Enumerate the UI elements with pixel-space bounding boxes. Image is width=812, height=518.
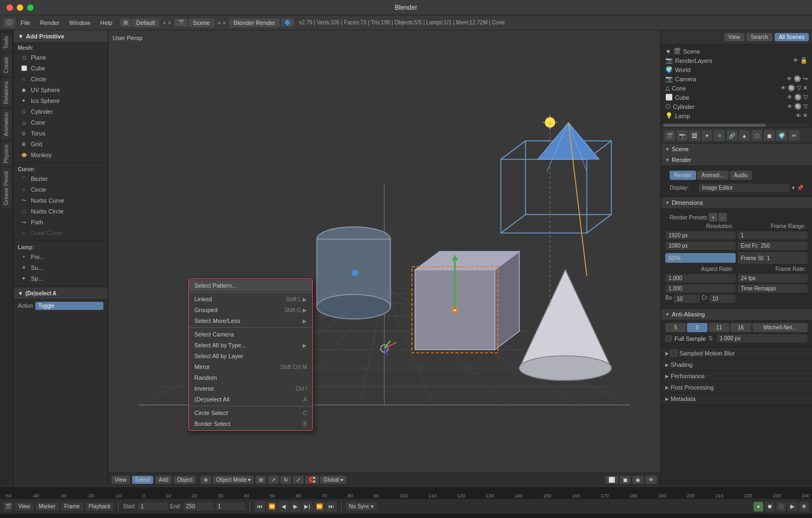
menu-file[interactable]: File: [16, 18, 35, 28]
shading-section[interactable]: Shading: [661, 359, 812, 371]
eye-icon-cylinder[interactable]: 👁: [787, 103, 793, 109]
prop-constraints-icon[interactable]: 🔗: [726, 130, 737, 141]
view-btn[interactable]: View: [724, 33, 745, 41]
global-selector[interactable]: Global ▾: [320, 476, 346, 484]
blender-icon-btn[interactable]: ⓘ: [3, 18, 15, 28]
sampled-motion-blur-section[interactable]: Sampled Motion Blur: [661, 348, 812, 359]
pb-prev-frame[interactable]: ◀: [278, 501, 289, 512]
sidebar-item-cone[interactable]: △ Cone: [14, 117, 108, 128]
pb-play[interactable]: ▶: [290, 501, 301, 512]
eye-icon-cube[interactable]: 👁: [787, 94, 793, 100]
ctx-select-all-type[interactable]: Select All by Type... ▶: [189, 340, 312, 351]
animation-tab[interactable]: Animation: [1, 109, 12, 139]
sidebar-item-torus[interactable]: ◎ Torus: [14, 128, 108, 139]
start-fra-input[interactable]: 1: [738, 231, 808, 239]
deselect-header[interactable]: ▼ (De)select A: [14, 288, 108, 300]
prop-object-icon[interactable]: ▲: [739, 130, 750, 141]
ctx-random[interactable]: Random: [189, 372, 312, 383]
cr-val[interactable]: 10: [709, 295, 736, 303]
prop-scene-icon[interactable]: 🎬: [664, 130, 675, 141]
snap-btn[interactable]: 🧲: [305, 476, 318, 484]
ctx-select-camera[interactable]: Select Camera: [189, 329, 312, 340]
viewport[interactable]: User Persp Select Pattern... Linked Shif…: [108, 30, 660, 487]
sidebar-item-circle[interactable]: ○ Circle: [14, 74, 108, 85]
aspect-y[interactable]: 1.000: [665, 284, 736, 293]
eye-icon-camera[interactable]: 👁: [787, 76, 792, 82]
prop-render-icon[interactable]: 📷: [677, 130, 687, 141]
engine-icon[interactable]: 🔷: [281, 18, 294, 27]
prop-data-icon[interactable]: ⬡: [751, 130, 762, 141]
ctx-inverse[interactable]: Inverse Ctrl I: [189, 383, 312, 394]
prop-physics-icon[interactable]: ⚛: [714, 130, 725, 141]
sidebar-item-monkey[interactable]: 🐵 Monkey: [14, 150, 108, 160]
res-pct-bar[interactable]: 50%: [665, 253, 736, 263]
aa-5[interactable]: 5: [665, 323, 686, 332]
shading-solid[interactable]: ◼: [620, 476, 631, 484]
tree-cylinder[interactable]: ⬡ Cylinder 👁 🔘 ▽: [661, 102, 812, 111]
render-section-header[interactable]: Render: [661, 154, 812, 165]
cursor-icon-btn[interactable]: ⊕: [200, 476, 211, 484]
toggle-button[interactable]: Toggle: [35, 302, 103, 310]
plus-btn[interactable]: +: [709, 213, 717, 222]
metadata-section[interactable]: Metadata: [661, 393, 812, 405]
res-y-input[interactable]: 1080 px: [665, 242, 736, 250]
sb-icon-left[interactable]: 🎬: [3, 502, 13, 511]
sidebar-item-icosphere[interactable]: ✦ Ico Sphere: [14, 95, 108, 106]
frame-step-input[interactable]: Frame St:1: [738, 252, 808, 264]
aa-11[interactable]: 11: [709, 323, 729, 332]
workspace-add[interactable]: + ×: [160, 20, 173, 26]
sync-mode-selector[interactable]: No Sync ▾: [346, 502, 377, 510]
vp-object-btn[interactable]: Object: [174, 476, 196, 484]
end-input[interactable]: [184, 502, 213, 510]
mode-selector[interactable]: Object Mode ▾: [213, 476, 254, 484]
sidebar-item-plane[interactable]: ◻ Plane: [14, 52, 108, 63]
render-tab-render[interactable]: Render: [670, 171, 696, 180]
s-val[interactable]: 1.000 px: [717, 334, 808, 342]
prop-world-icon[interactable]: 🌍: [776, 130, 787, 141]
tree-camera[interactable]: 📷 Camera 👁 🔘 ↪: [661, 74, 812, 83]
ctx-grouped[interactable]: Grouped Shift G ▶: [189, 305, 312, 315]
close-button[interactable]: [6, 4, 13, 11]
pb-prev[interactable]: ⏪: [266, 501, 277, 512]
sidebar-item-lamp1[interactable]: • Poi...: [14, 251, 108, 262]
sidebar-item-path[interactable]: ↝ Path: [14, 217, 108, 228]
sb-playback[interactable]: Playback: [86, 502, 114, 510]
scale-btn[interactable]: ⤢: [293, 476, 304, 484]
transform-btn[interactable]: ↗: [268, 476, 279, 484]
window-controls[interactable]: [6, 4, 34, 11]
scene-section[interactable]: Scene: [661, 144, 812, 154]
sidebar-item-grid[interactable]: ⊞ Grid: [14, 139, 108, 150]
post-processing-section[interactable]: Post Processing: [661, 382, 812, 393]
minus-btn[interactable]: -: [718, 213, 727, 222]
tree-world[interactable]: 🌍 World: [661, 65, 812, 74]
relations-tab[interactable]: Relations: [1, 78, 12, 107]
sb-icon-marker[interactable]: ✥: [799, 502, 809, 511]
grease-pencil-tab[interactable]: Grease Pencil: [1, 168, 12, 209]
display-val[interactable]: Image Editor: [699, 184, 790, 192]
show-hide-btn[interactable]: 👁: [645, 476, 657, 484]
ctx-select-all-layer[interactable]: Select All by Layer: [189, 351, 312, 361]
pb-start[interactable]: ⏮: [254, 501, 265, 512]
menu-help[interactable]: Help: [96, 18, 117, 28]
render-tab-animati[interactable]: Animati...: [697, 171, 729, 180]
engine-selector[interactable]: Blender Render: [229, 18, 279, 27]
tree-lamp[interactable]: 💡 Lamp 👁 ✕: [661, 111, 812, 120]
frame-rate-val[interactable]: 24 fps: [738, 274, 808, 282]
tools-tab[interactable]: Tools: [1, 33, 12, 52]
full-sample-cb[interactable]: [665, 335, 672, 342]
menu-window[interactable]: Window: [65, 18, 95, 28]
eye-icon-cone[interactable]: 👁: [781, 85, 786, 91]
ctx-select-pattern[interactable]: Select Pattern...: [189, 280, 312, 291]
ctx-mirror[interactable]: Mirror Shift Ctrl M: [189, 361, 312, 372]
create-tab[interactable]: Create: [1, 54, 12, 76]
tree-cube[interactable]: ⬜ Cube 👁 🔘 ▽: [661, 93, 812, 102]
sidebar-item-bezier[interactable]: ⌒ Bezier: [14, 173, 108, 184]
sb-icon-anim[interactable]: ⏺: [765, 502, 775, 511]
sidebar-item-curve-circle[interactable]: ○ Circle: [14, 184, 108, 195]
search-btn[interactable]: Search: [746, 33, 772, 41]
pb-next-frame[interactable]: ▶|: [302, 501, 313, 512]
scene-icon-btn[interactable]: 🎬: [174, 18, 187, 27]
sb-frame[interactable]: Frame: [61, 502, 83, 510]
vp-view-btn[interactable]: View: [112, 476, 130, 484]
all-scenes-btn[interactable]: All Scenes: [775, 33, 809, 41]
